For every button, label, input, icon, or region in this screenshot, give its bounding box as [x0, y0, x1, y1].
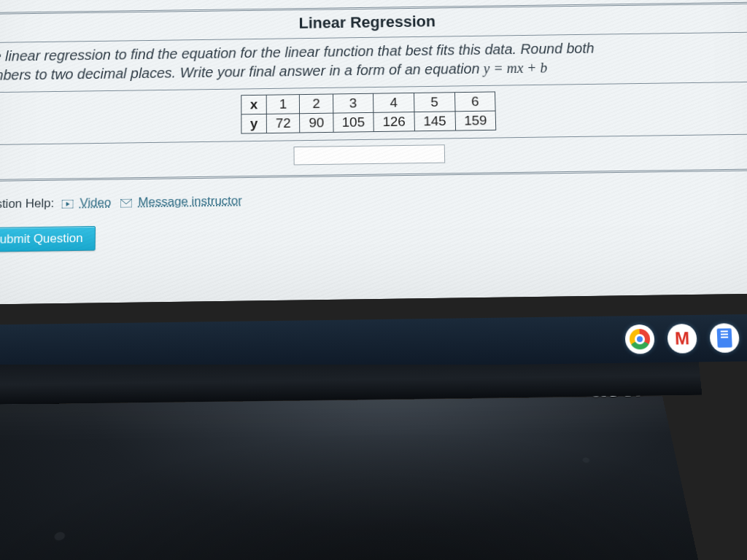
question-help: Question Help: Video Message instructor	[0, 171, 747, 214]
row-label-x: x	[241, 95, 266, 114]
x-cell: 4	[374, 93, 414, 112]
y-cell: 145	[414, 112, 455, 131]
equation-form: y = mx + b	[484, 60, 548, 76]
question-box: Linear Regression Use linear regression …	[0, 1, 747, 182]
y-cell: 90	[300, 113, 333, 133]
y-cell: 72	[267, 114, 301, 133]
data-table-row: x 1 2 3 4 5 6 y 72 90 105	[0, 82, 747, 146]
svg-rect-0	[62, 200, 74, 209]
y-cell: 126	[374, 112, 414, 132]
docs-icon[interactable]	[709, 323, 740, 353]
table-row: x 1 2 3 4 5 6	[241, 92, 495, 114]
x-cell: 1	[266, 95, 300, 114]
gmail-icon[interactable]: M	[667, 324, 697, 354]
x-cell: 6	[454, 92, 495, 112]
row-label-y: y	[241, 114, 267, 133]
svg-rect-2	[120, 199, 132, 208]
video-link[interactable]: Video	[80, 195, 111, 209]
table-row: y 72 90 105 126 145 159	[241, 111, 497, 133]
play-icon	[62, 198, 74, 212]
y-cell: 105	[333, 112, 374, 132]
laptop-deck	[0, 394, 747, 560]
x-cell: 3	[333, 93, 374, 113]
y-cell: 159	[455, 111, 496, 131]
svg-marker-1	[66, 202, 70, 206]
prompt-line-2: numbers to two decimal places. Write you…	[0, 61, 484, 83]
x-cell: 5	[414, 93, 454, 112]
x-cell: 2	[300, 94, 333, 114]
answer-row	[0, 134, 747, 179]
question-prompt: Use linear regression to find the equati…	[0, 32, 747, 93]
message-instructor-link[interactable]: Message instructor	[138, 194, 242, 209]
answer-input[interactable]	[293, 144, 445, 165]
screen-content: Linear Regression Use linear regression …	[0, 0, 747, 305]
data-table: x 1 2 3 4 5 6 y 72 90 105	[241, 91, 497, 133]
mail-icon	[120, 197, 132, 211]
chrome-icon[interactable]	[624, 324, 655, 354]
submit-question-button[interactable]: Submit Question	[0, 226, 96, 252]
question-title: Linear Regression	[0, 4, 747, 43]
help-label: Question Help:	[0, 196, 54, 211]
prompt-line-1: Use linear regression to find the equati…	[0, 40, 595, 64]
